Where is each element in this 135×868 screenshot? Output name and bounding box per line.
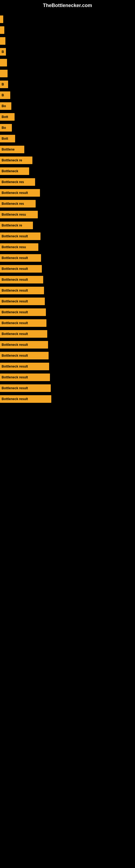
bar-row: Bottleneck re [0,155,135,166]
bar-row: Bottleneck res [0,198,135,209]
bar-row: Bottleneck re [0,220,135,231]
bar-label: Bottleneck result [2,365,28,368]
bar-label: Bottleneck result [2,321,28,325]
result-bar: Bottleneck re [0,222,33,229]
result-bar: Bottleneck result [0,287,44,294]
bar-row: Bottleneck [0,166,135,177]
bar-row [0,57,135,68]
result-bar: Bottleneck result [0,384,51,392]
bar-row [0,14,135,25]
result-bar: Bottleneck res [0,200,36,208]
bar-row: Bottleneck result [0,296,135,307]
bar-label: Bottleneck result [2,267,28,271]
result-bar: Bottleneck result [0,308,46,316]
result-bar: B [0,81,8,88]
bar-label: Bottleneck re [2,158,22,162]
bar-label: Bott [2,115,8,119]
bar-row: Bo [0,122,135,133]
result-bar: Bottleneck result [0,254,41,262]
bar-label: Bo [2,126,6,130]
bar-row: Bottleneck result [0,383,135,394]
bar-row: Bottleneck result [0,329,135,339]
result-bar [0,37,5,45]
bar-label: Bottleneck result [2,289,28,292]
bar-row: Bott [0,133,135,144]
bar-row: Bott [0,112,135,122]
bar-label: Bottleneck [2,169,18,173]
result-bar: Bottleneck result [0,276,43,283]
result-bar: Bottleneck result [0,373,50,381]
result-bar [0,16,3,23]
result-bar: Bottleneck resu [0,243,38,251]
bar-label: Bottleneck res [2,202,24,206]
bar-row: Bottleneck resu [0,209,135,220]
bar-label: Bottleneck result [2,375,28,379]
result-bar [0,26,4,34]
bar-label: B [2,83,4,86]
bar-label: Bottleneck re [2,223,22,227]
bar-row: Bottleneck result [0,361,135,372]
bar-label: Bottleneck result [2,332,28,336]
bar-label: Bottleneck result [2,386,28,390]
bar-row: Bottleneck result [0,394,135,404]
bar-row: Bottlene [0,144,135,155]
result-bar: Bottleneck result [0,395,51,403]
bar-row: Bottleneck result [0,187,135,198]
result-bar: Bottleneck re [0,156,32,164]
result-bar: B [0,48,6,56]
site-title: TheBottlenecker.com [0,0,135,14]
bar-row: B [0,46,135,57]
bar-row: Bottleneck result [0,318,135,329]
result-bar: Bottleneck result [0,189,40,197]
result-bar: Bottleneck result [0,341,48,348]
bar-label: Bo [2,104,6,108]
bar-label: B [2,93,4,97]
bar-label: B [2,50,4,54]
bar-label: Bott [2,137,8,141]
bar-label: Bottleneck resu [2,213,26,216]
bar-label: Bottleneck resu [2,245,26,249]
result-bar: Bottleneck result [0,319,46,327]
bar-label: Bottleneck result [2,354,28,358]
bar-row [0,35,135,46]
result-bar: Bottleneck res [0,178,35,186]
result-bar: B [0,91,10,99]
bar-row [0,68,135,79]
result-bar: Bott [0,113,14,121]
bar-row: Bottleneck result [0,264,135,274]
result-bar [0,70,8,77]
bar-label: Bottleneck result [2,300,28,303]
bar-row [0,25,135,35]
bar-row: Bottleneck result [0,274,135,285]
result-bar: Bo [0,124,12,131]
bar-label: Bottleneck result [2,343,28,347]
result-bar: Bott [0,135,15,143]
result-bar: Bottleneck result [0,363,49,370]
bar-row: Bo [0,101,135,112]
bar-label: Bottleneck result [2,235,28,238]
bar-row: B [0,79,135,90]
bar-row: Bottleneck result [0,372,135,383]
bar-row: Bottleneck resu [0,242,135,252]
bar-row: Bottleneck result [0,231,135,242]
result-bar: Bottleneck result [0,298,45,305]
result-bar: Bottleneck resu [0,211,38,218]
bar-label: Bottleneck res [2,180,24,184]
result-bar: Bottleneck result [0,265,42,273]
bar-row: Bottleneck result [0,350,135,361]
bar-label: Bottleneck result [2,278,28,282]
bar-row: B [0,90,135,101]
bar-label: Bottlene [2,148,14,151]
bar-label: Bottleneck result [2,397,28,401]
bar-label: Bottleneck result [2,256,28,260]
result-bar [0,59,7,66]
bar-row: Bottleneck result [0,307,135,318]
bar-row: Bottleneck res [0,177,135,187]
bar-row: Bottleneck result [0,339,135,350]
result-bar: Bottlene [0,146,24,153]
bar-label: Bottleneck result [2,191,28,195]
result-bar: Bottleneck result [0,330,47,338]
bar-label: Bottleneck result [2,310,28,314]
bar-row: Bottleneck result [0,252,135,264]
result-bar: Bo [0,102,11,110]
